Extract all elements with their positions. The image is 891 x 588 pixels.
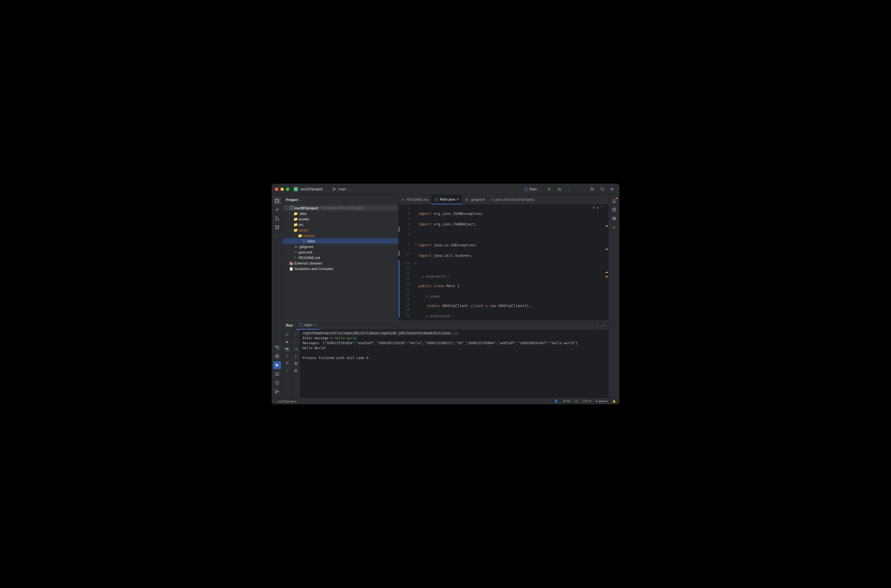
bookmarks-tool-button[interactable] xyxy=(273,344,281,351)
lock-icon[interactable]: 🔒 xyxy=(612,399,616,403)
build-tool-button[interactable] xyxy=(273,352,281,360)
indent-settings[interactable]: 4 spaces xyxy=(596,399,608,403)
settings-button[interactable] xyxy=(608,185,616,193)
line-separator[interactable]: LF xyxy=(575,399,578,403)
git-tool-button[interactable] xyxy=(273,388,281,396)
exit-button[interactable]: ⤴ xyxy=(284,353,290,359)
run-options-button[interactable]: ⋮ xyxy=(596,323,599,327)
close-window-button[interactable] xyxy=(275,188,278,191)
svg-rect-11 xyxy=(275,226,277,227)
run-tool-button[interactable] xyxy=(273,361,281,369)
project-tool-button[interactable] xyxy=(273,197,281,205)
tree-scratches[interactable]: 📋 Scratches and Consoles xyxy=(283,266,398,272)
inspection-widget[interactable]: ⚠ 4 ˄ ˅ xyxy=(592,206,605,209)
attach-button[interactable]: ⟲ xyxy=(284,360,290,366)
rerun-button[interactable]: ↻ xyxy=(284,332,290,337)
tree-folder-idea[interactable]: ›📁 .idea xyxy=(283,211,398,216)
clear-button[interactable]: 🗑 xyxy=(293,368,299,373)
more-tools-button[interactable]: ⋯ xyxy=(273,232,281,240)
project-panel: Project ⌄ ⌄ csc207project ~/Desktop/uoft… xyxy=(283,195,399,321)
svg-point-5 xyxy=(601,188,603,190)
file-encoding[interactable]: UTF-8 xyxy=(583,399,591,403)
gutter-run-icon[interactable]: ▷ xyxy=(415,242,417,246)
stop-button[interactable]: ■ xyxy=(284,339,290,345)
terminal-tool-button[interactable] xyxy=(273,370,281,378)
project-name-dropdown[interactable]: csc207project xyxy=(300,187,322,191)
code-with-me-button[interactable] xyxy=(588,185,596,193)
right-tool-rail: m xyxy=(608,195,619,398)
tree-folder-src[interactable]: ›📁 src xyxy=(283,222,398,227)
notifications-button[interactable] xyxy=(610,197,618,205)
editor-area: M↓ README.md C Main.java × ⊘ .gitignore xyxy=(399,195,608,321)
close-tab-button[interactable]: × xyxy=(457,198,459,201)
tree-file-readme[interactable]: M↓ README.md xyxy=(283,255,398,260)
warning-icon: ⚠ xyxy=(592,206,595,209)
run-config-tab[interactable]: Main × xyxy=(296,321,319,330)
scroll-end-button[interactable]: ⤓ xyxy=(293,353,299,359)
tree-folder-classes[interactable]: ⌄📁 classes xyxy=(283,233,398,238)
tree-external-libraries[interactable]: ›📚 External Libraries xyxy=(283,260,398,266)
tree-file-gitignore[interactable]: ⊘ .gitignore xyxy=(283,244,398,249)
minimize-window-button[interactable] xyxy=(280,188,284,191)
tree-root[interactable]: ⌄ csc207project ~/Desktop/uoft/csc207pro… xyxy=(283,205,398,211)
svg-point-8 xyxy=(275,217,276,218)
project-badge: C xyxy=(294,187,298,191)
svg-point-19 xyxy=(278,391,279,392)
editor-tabs: M↓ README.md C Main.java × ⊘ .gitignore xyxy=(399,195,608,205)
svg-rect-14 xyxy=(278,228,279,229)
run-tab-label[interactable]: Run xyxy=(283,321,296,330)
hide-panel-button[interactable]: — xyxy=(602,323,605,327)
svg-point-7 xyxy=(276,209,278,210)
print-button[interactable]: 🖶 xyxy=(293,360,299,366)
commit-tool-button[interactable] xyxy=(273,206,281,213)
run-config-selector[interactable]: Main ⌄ xyxy=(522,186,543,192)
chevron-down-icon: ⌄ xyxy=(300,198,302,201)
tree-file-pom[interactable]: m pom.xml xyxy=(283,249,398,255)
pull-requests-button[interactable] xyxy=(273,214,281,222)
gutter-run-icon[interactable]: ▷ xyxy=(415,261,417,264)
svg-point-18 xyxy=(275,392,277,393)
tab-options-button[interactable]: ⋮ xyxy=(598,196,606,204)
console-output[interactable]: /opt/homebrew/Cellar/openjdk/21/libexec/… xyxy=(300,330,608,398)
maximize-window-button[interactable] xyxy=(286,188,289,191)
close-tab-button[interactable]: × xyxy=(314,323,316,327)
dump-threads-button[interactable]: 📷 xyxy=(284,346,290,352)
prev-highlight-button[interactable]: ˄ xyxy=(600,206,602,209)
structure-tool-button[interactable] xyxy=(273,224,281,231)
maven-icon: m xyxy=(491,198,494,201)
cursor-position[interactable]: 15:43 xyxy=(563,399,570,403)
run-toolbar-2: ↑ ↓ ⇥ ⤓ 🖶 🗑 xyxy=(292,330,300,398)
problems-tool-button[interactable] xyxy=(273,379,281,387)
project-tree: ⌄ csc207project ~/Desktop/uoft/csc207pro… xyxy=(283,205,398,321)
svg-point-10 xyxy=(278,219,278,220)
run-button[interactable] xyxy=(545,185,553,193)
status-project[interactable]: csc207project xyxy=(278,400,296,403)
database-button[interactable] xyxy=(610,206,618,213)
tab-pom[interactable]: m pom.xml (csc207project) xyxy=(488,195,538,204)
chevron-down-icon: ⌄ xyxy=(325,188,327,190)
maven-button[interactable]: m xyxy=(610,224,618,231)
tree-folder-target[interactable]: ⌄📁 target xyxy=(283,227,398,233)
branch-icon[interactable] xyxy=(332,187,336,191)
code-editor[interactable]: 3 4 5 6 7 8 9▷ 10 11▷ 12 xyxy=(399,205,608,321)
svg-rect-12 xyxy=(278,226,279,227)
up-stack-button[interactable]: ↑ xyxy=(293,332,299,337)
more-run-button[interactable]: ⋮ xyxy=(284,368,290,373)
tree-folder-assets[interactable]: ›📁 assets xyxy=(283,216,398,222)
copilot-status-icon[interactable]: 👤 xyxy=(554,399,558,403)
more-actions-button[interactable]: ⋮ xyxy=(565,185,573,193)
tab-gitignore[interactable]: ⊘ .gitignore xyxy=(462,195,488,204)
statusbar: ▫ csc207project 👤 15:43 LF UTF-8 4 space… xyxy=(272,398,619,404)
tab-main-java[interactable]: C Main.java × xyxy=(431,195,462,204)
tab-readme[interactable]: M↓ README.md xyxy=(399,195,431,204)
svg-rect-13 xyxy=(275,228,277,229)
search-everywhere-button[interactable] xyxy=(598,185,606,193)
error-stripe[interactable] xyxy=(605,205,608,321)
soft-wrap-button[interactable]: ⇥ xyxy=(293,346,299,352)
debug-button[interactable] xyxy=(555,185,563,193)
branch-name[interactable]: main xyxy=(339,187,346,191)
project-panel-header[interactable]: Project ⌄ xyxy=(283,195,398,205)
tree-file-main-class[interactable]: C Main xyxy=(283,238,398,244)
copilot-button[interactable] xyxy=(610,214,618,222)
down-stack-button[interactable]: ↓ xyxy=(293,339,299,345)
